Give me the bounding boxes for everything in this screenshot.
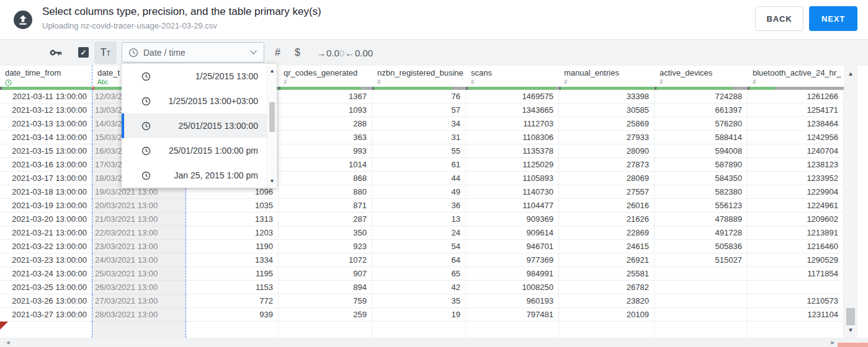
column-header[interactable]: bluetooth_active_24_hr_# <box>748 66 844 90</box>
column-header[interactable]: scans# <box>466 66 559 90</box>
dropdown-item[interactable]: 25/01/2015 13:00:00 <box>122 113 267 138</box>
table-cell: 661397 <box>655 103 748 117</box>
table-cell: 49 <box>372 185 466 199</box>
currency-type-button[interactable]: $ <box>295 40 300 66</box>
scroll-up-arrow[interactable]: ▴ <box>844 69 857 77</box>
table-cell: 797481 <box>466 308 559 322</box>
table-cell: 1190 <box>186 240 279 253</box>
quality-bar <box>372 87 466 90</box>
table-cell: 287 <box>279 213 372 226</box>
column-header[interactable]: active_devices# <box>655 66 748 90</box>
table-cell: 25/03/2021 13:00 <box>92 267 186 281</box>
quality-green-segment <box>561 87 655 90</box>
table-cell: 1242956 <box>748 131 844 144</box>
scroll-down-arrow[interactable]: ▾ <box>844 325 857 334</box>
table-cell: 1210573 <box>748 294 844 308</box>
table-cell: 1014 <box>279 158 372 172</box>
back-button[interactable]: BACK <box>755 6 803 31</box>
table-cell: 42 <box>372 281 466 294</box>
table-cell: 1313 <box>186 213 279 226</box>
table-cell <box>186 322 279 338</box>
table-cell: 909369 <box>466 213 559 226</box>
column-header[interactable]: qr_codes_generated# <box>279 66 372 90</box>
table-cell: 1008250 <box>466 281 559 294</box>
table-cell: 1290529 <box>748 253 844 267</box>
table-cell: 515027 <box>655 253 748 267</box>
table-cell: 1093 <box>279 103 372 117</box>
number-type-button[interactable]: # <box>275 40 280 66</box>
table-cell: 1231104 <box>748 308 844 322</box>
table-cell: 939 <box>186 308 279 322</box>
dropdown-item[interactable]: 1/25/2015 13:00 <box>122 64 267 89</box>
table-cell: 27873 <box>559 158 655 172</box>
table-cell <box>559 322 655 338</box>
table-cell: 27/03/2021 13:00 <box>92 294 186 308</box>
column-type-label: # <box>284 79 372 87</box>
text-type-button[interactable]: Tt <box>94 42 117 64</box>
table-cell: 594008 <box>655 144 748 158</box>
vertical-scroll-thumb[interactable] <box>846 308 855 325</box>
date-format-dropdown-panel: 1/25/2015 13:001/25/2015 13:00+03:0025/0… <box>122 64 277 188</box>
table-cell: 977369 <box>466 253 559 267</box>
dropdown-item-label: 25/01/2015 1:00:00 pm <box>151 146 258 156</box>
column-name: nzbn_registered_busine <box>377 68 466 77</box>
table-cell: 1135378 <box>466 144 559 158</box>
table-cell: 1125029 <box>466 158 559 172</box>
checkbox-checked-icon[interactable]: ✓ <box>78 47 89 58</box>
table-cell <box>748 281 844 294</box>
next-button[interactable]: NEXT <box>809 6 857 31</box>
clock-icon <box>141 97 151 106</box>
vertical-scrollbar[interactable]: ▴ ▾ <box>844 66 857 338</box>
table-cell: 27557 <box>559 185 655 199</box>
quality-gray-segment <box>775 87 844 90</box>
dropdown-scroll-up-arrow[interactable]: ▴ <box>267 66 277 75</box>
table-cell: 584350 <box>655 172 748 185</box>
table-cell: 724288 <box>655 90 748 103</box>
table-cell: 34 <box>372 117 466 131</box>
decimal-faded-digit: 0 <box>339 48 344 58</box>
quality-bar <box>0 87 92 90</box>
quality-green-segment <box>749 87 775 90</box>
table-cell: 1254171 <box>748 103 844 117</box>
quality-green-segment <box>656 87 733 90</box>
decrease-decimal-button[interactable]: ←0.00 <box>345 40 373 66</box>
table-cell: 25869 <box>559 117 655 131</box>
table-cell: 868 <box>279 172 372 185</box>
table-cell: 582380 <box>655 185 748 199</box>
table-cell: 1343665 <box>466 103 559 117</box>
horizontal-scrollbar[interactable]: ◂ ▸ <box>0 338 868 347</box>
arrow-right-icon: → <box>316 48 326 58</box>
table-cell: 1238464 <box>748 117 844 131</box>
table-cell <box>279 322 372 338</box>
table-cell: 288 <box>279 117 372 131</box>
scroll-left-arrow[interactable]: ◂ <box>6 338 10 347</box>
table-cell: 2021-03-12 13:00:00 <box>0 103 92 117</box>
table-cell: 23820 <box>559 294 655 308</box>
column-name: qr_codes_generated <box>284 68 372 77</box>
column-type-toolbar: ✓ Tt Date / time # $ →0.00 ←0.00 <box>0 40 868 66</box>
table-cell: 1229904 <box>748 185 844 199</box>
table-cell: 2021-03-21 13:00:00 <box>0 226 92 240</box>
table-cell <box>655 267 748 281</box>
table-cell: 33398 <box>559 90 655 103</box>
column-header[interactable]: nzbn_registered_busine# <box>372 66 466 90</box>
scroll-right-arrow[interactable]: ▸ <box>831 338 834 347</box>
column-header[interactable]: manual_entries# <box>559 66 655 90</box>
dropdown-item[interactable]: 25/01/2015 1:00:00 pm <box>122 138 267 163</box>
dropdown-scroll-thumb[interactable] <box>269 102 275 132</box>
dropdown-item[interactable]: Jan 25, 2015 1:00 pm <box>122 163 267 188</box>
column-header[interactable]: date_time_from <box>0 66 92 90</box>
table-cell: 1140730 <box>466 185 559 199</box>
table-cell: 894 <box>279 281 372 294</box>
primary-key-icon[interactable] <box>50 48 63 59</box>
table-cell: 1195 <box>186 267 279 281</box>
type-format-dropdown[interactable]: Date / time <box>122 42 264 63</box>
dropdown-scroll-down-arrow[interactable]: ▾ <box>267 177 277 185</box>
table-cell: 26/03/2021 13:00 <box>92 281 186 294</box>
dropdown-scrollbar[interactable]: ▴ ▾ <box>267 64 277 188</box>
empty-row <box>0 322 844 338</box>
increase-decimal-button[interactable]: →0.00 <box>316 40 344 66</box>
dropdown-item[interactable]: 1/25/2015 13:00+03:00 <box>122 89 267 113</box>
scroll-corner-marker <box>838 343 868 347</box>
page-title: Select columns type, precision, and the … <box>42 6 321 18</box>
